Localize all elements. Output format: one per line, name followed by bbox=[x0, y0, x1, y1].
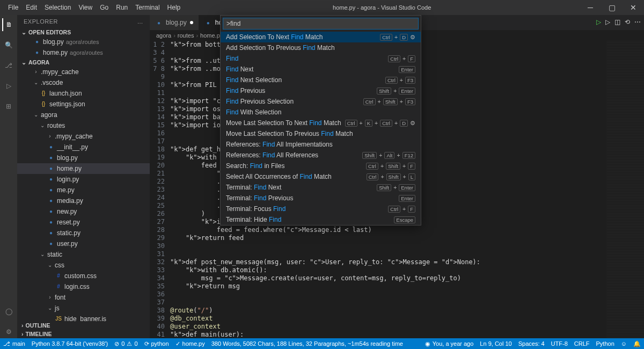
menu-help[interactable]: Help bbox=[164, 2, 185, 13]
language-mode[interactable]: Python bbox=[596, 340, 614, 347]
command-palette-item[interactable]: Move Last Selection To Next Find MatchCt… bbox=[221, 118, 421, 128]
command-palette-item[interactable]: FindCtrl + F bbox=[221, 53, 421, 64]
split-icon[interactable]: ◫ bbox=[614, 18, 620, 26]
diff-icon[interactable]: ⟲ bbox=[625, 18, 630, 26]
file-item[interactable]: ●new.py bbox=[17, 206, 150, 217]
command-palette: Add Selection To Next Find MatchCtrl + D… bbox=[220, 15, 421, 226]
command-palette-item[interactable]: Terminal: Focus FindCtrl + F bbox=[221, 203, 421, 214]
file-item[interactable]: #custom.css bbox=[17, 271, 150, 281]
command-palette-item[interactable]: Find NextEnter bbox=[221, 64, 421, 75]
folder-item[interactable]: ⌄routes bbox=[17, 120, 150, 131]
file-check[interactable]: ✓ home.py bbox=[175, 340, 205, 347]
menu-file[interactable]: File bbox=[4, 2, 22, 13]
file-item[interactable]: #login.css bbox=[17, 281, 150, 292]
file-item[interactable]: {}launch.json bbox=[17, 88, 150, 99]
account-icon[interactable]: ◯ bbox=[2, 305, 15, 318]
menu-selection[interactable]: Selection bbox=[41, 2, 75, 13]
window-controls: ─ ▢ ✕ bbox=[580, 0, 644, 15]
titlebar: FileEditSelectionViewGoRunTerminalHelp h… bbox=[0, 0, 644, 15]
explorer-icon[interactable]: 🗎 bbox=[2, 18, 15, 31]
command-palette-item[interactable]: Find PreviousShift + Enter bbox=[221, 85, 421, 96]
main-menu: FileEditSelectionViewGoRunTerminalHelp bbox=[0, 2, 184, 13]
project-section[interactable]: ⌄AGORA bbox=[17, 58, 150, 67]
source-control-icon[interactable]: ⎇ bbox=[2, 59, 15, 72]
file-item[interactable]: ●blog.py bbox=[17, 152, 150, 163]
command-palette-item[interactable]: Terminal: Find NextShift + Enter bbox=[221, 182, 421, 193]
folder-item[interactable]: ⌄.vscode bbox=[17, 77, 150, 88]
menu-run[interactable]: Run bbox=[112, 2, 131, 13]
doc-stats: 380 Words, 5082 Chars, 188 Lines, 32 Par… bbox=[211, 340, 403, 347]
explorer-sidebar: EXPLORER … ⌄OPEN EDITORS ●blog.py agora\… bbox=[17, 15, 150, 338]
command-palette-item[interactable]: References: Find All ReferencesShift + A… bbox=[221, 150, 421, 161]
settings-gear-icon[interactable]: ⚙ bbox=[2, 325, 15, 338]
file-item[interactable]: ●media.py bbox=[17, 195, 150, 206]
run-alt-icon[interactable]: ▷ bbox=[605, 18, 610, 26]
notifications-icon[interactable]: 🔔 bbox=[633, 340, 641, 347]
file-item[interactable]: {}settings.json bbox=[17, 99, 150, 110]
cursor-position[interactable]: Ln 9, Col 10 bbox=[480, 340, 511, 347]
command-palette-item[interactable]: Add Selection To Previous Find Match bbox=[221, 42, 421, 53]
problems[interactable]: ⊘ 0 ⚠ 0 bbox=[114, 340, 137, 347]
outline-section[interactable]: ›OUTLINE bbox=[17, 321, 150, 330]
timeline-section[interactable]: ›TIMELINE bbox=[17, 330, 150, 338]
menu-edit[interactable]: Edit bbox=[22, 2, 41, 13]
git-blame[interactable]: ◉ You, a year ago bbox=[425, 340, 474, 347]
extensions-icon[interactable]: ⊞ bbox=[2, 100, 15, 113]
file-item[interactable]: ●me.py bbox=[17, 185, 150, 195]
more-icon[interactable]: … bbox=[137, 18, 144, 25]
command-palette-item[interactable]: Terminal: Find PreviousEnter bbox=[221, 193, 421, 203]
more-actions-icon[interactable]: ⋯ bbox=[634, 18, 641, 26]
file-item[interactable]: JShide_banner.js bbox=[17, 314, 150, 321]
command-palette-input[interactable] bbox=[223, 18, 419, 30]
eol[interactable]: CRLF bbox=[574, 340, 590, 347]
folder-item[interactable]: ›font bbox=[17, 292, 150, 303]
open-editors-section[interactable]: ⌄OPEN EDITORS bbox=[17, 28, 150, 37]
run-icon[interactable]: ▷ bbox=[596, 18, 601, 26]
live-server[interactable]: ⟳ python bbox=[144, 340, 169, 347]
command-palette-item[interactable]: Search: Find in FilesCtrl + Shift + F bbox=[221, 161, 421, 171]
minimap[interactable] bbox=[606, 41, 644, 338]
folder-item[interactable]: ⌄css bbox=[17, 260, 150, 271]
editor-tab[interactable]: ●blog.py bbox=[150, 15, 199, 30]
maximize-icon[interactable]: ▢ bbox=[601, 0, 623, 15]
indent[interactable]: Spaces: 4 bbox=[518, 340, 545, 347]
python-interpreter[interactable]: Python 3.8.7 64-bit ('venv38') bbox=[32, 340, 108, 347]
run-debug-icon[interactable]: ▷ bbox=[2, 79, 15, 92]
folder-item[interactable]: ⌄agora bbox=[17, 110, 150, 120]
open-editor-item[interactable]: ●blog.py agora\routes bbox=[17, 37, 150, 47]
folder-item[interactable]: ›.mypy_cache bbox=[17, 67, 150, 77]
feedback-icon[interactable]: ☺ bbox=[621, 340, 627, 347]
file-item[interactable]: ●home.py bbox=[17, 163, 150, 174]
command-palette-item[interactable]: Find Previous SelectionCtrl + Shift + F3 bbox=[221, 96, 421, 107]
command-palette-item[interactable]: Move Last Selection To Previous Find Mat… bbox=[221, 128, 421, 139]
file-item[interactable]: ●static.py bbox=[17, 228, 150, 238]
file-item[interactable]: ●login.py bbox=[17, 174, 150, 185]
command-palette-item[interactable]: Add Selection To Next Find MatchCtrl + D… bbox=[221, 32, 421, 42]
encoding[interactable]: UTF-8 bbox=[551, 340, 568, 347]
menu-go[interactable]: Go bbox=[96, 2, 112, 13]
line-numbers: 1 2 3 4 5 6 7 8 9 10 11 12 13 14 15 16 1… bbox=[150, 41, 170, 338]
file-item[interactable]: ●user.py bbox=[17, 238, 150, 249]
explorer-title: EXPLORER bbox=[24, 18, 58, 25]
command-palette-item[interactable]: References: Find All Implementations bbox=[221, 139, 421, 150]
command-palette-item[interactable]: Find Next SelectionCtrl + F3 bbox=[221, 75, 421, 85]
file-item[interactable]: ●__init__.py bbox=[17, 142, 150, 152]
minimize-icon[interactable]: ─ bbox=[580, 0, 601, 15]
file-item[interactable]: ●reset.py bbox=[17, 217, 150, 228]
close-icon[interactable]: ✕ bbox=[623, 0, 644, 15]
search-icon[interactable]: 🔍 bbox=[2, 39, 15, 52]
command-palette-item[interactable]: Terminal: Hide FindEscape bbox=[221, 214, 421, 225]
git-branch[interactable]: ⎇ main bbox=[3, 340, 25, 347]
activity-bar: 🗎 🔍 ⎇ ▷ ⊞ ◯ ⚙ bbox=[0, 15, 17, 338]
folder-item[interactable]: ›.mypy_cache bbox=[17, 131, 150, 142]
editor-toolbar: ▷ ▷ ◫ ⟲ ⋯ bbox=[594, 16, 643, 28]
command-palette-item[interactable]: Find With Selection bbox=[221, 107, 421, 118]
folder-item[interactable]: ⌄js bbox=[17, 303, 150, 314]
command-palette-item[interactable]: Select All Occurrences of Find MatchCtrl… bbox=[221, 171, 421, 182]
menu-terminal[interactable]: Terminal bbox=[131, 2, 163, 13]
status-bar: ⎇ main Python 3.8.7 64-bit ('venv38') ⊘ … bbox=[0, 338, 644, 349]
menu-view[interactable]: View bbox=[75, 2, 96, 13]
window-title: home.py - agora - Visual Studio Code bbox=[184, 4, 580, 11]
folder-item[interactable]: ⌄static bbox=[17, 249, 150, 260]
open-editor-item[interactable]: ●home.py agora\routes bbox=[17, 47, 150, 58]
